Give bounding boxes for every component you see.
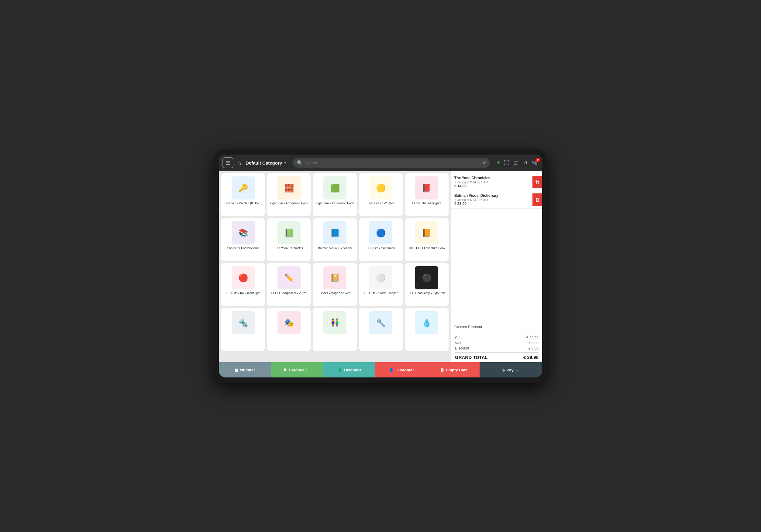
product-name: The LEGO Adventure Book: [408, 246, 445, 250]
customer-label: Customer: [395, 368, 414, 372]
product-image: 📗: [277, 221, 301, 244]
wifi-icon: ▼: [496, 160, 501, 166]
product-card[interactable]: 🔵 LED Lite - Superman: [359, 218, 403, 261]
product-image: ✏️: [277, 266, 301, 290]
grand-total-row: GRAND TOTAL € 38.98: [455, 352, 539, 360]
discount-value: € 0.00: [529, 346, 539, 350]
product-image: 🔵: [369, 221, 392, 244]
product-card[interactable]: 📔 Books - Magazine with: [313, 263, 357, 306]
product-card[interactable]: 🟡 LED Lite - 1x2 Gold: [359, 173, 403, 216]
product-image: 🔩: [232, 311, 255, 334]
product-image: ⚫: [415, 266, 438, 290]
product-card[interactable]: 🔑 Keychain - Dolphin (851576): [221, 173, 265, 216]
search-icon: 🔍: [297, 160, 303, 166]
pay-arrow-icon: →: [515, 368, 519, 372]
product-card[interactable]: 🔩: [221, 308, 265, 351]
product-name: The Yoda Chronicles: [275, 246, 303, 250]
trash-icon: 🗑: [440, 368, 444, 372]
cart-totals: Subtotal € 38.98 VAT € 0.00 Discount € 0…: [451, 333, 542, 362]
product-grid-wrapper[interactable]: 🔑 Keychain - Dolphin (851576) 🧱 Light St…: [219, 171, 451, 362]
menu-icon: ☰: [226, 160, 230, 166]
product-name: Light Stax - Expension Pack: [270, 201, 308, 205]
pay-label: Pay: [507, 368, 514, 372]
home-button[interactable]: ⌂: [238, 159, 241, 166]
product-image: 🟡: [369, 177, 392, 199]
cart-item-detail: 1 Unit(s) at € 23.99 / Unit: [454, 198, 532, 202]
product-grid: 🔑 Keychain - Dolphin (851576) 🧱 Light St…: [221, 173, 448, 351]
product-card[interactable]: 📕 I Love That Minifigure: [405, 173, 448, 216]
product-card[interactable]: 👫: [313, 308, 357, 351]
product-name: Batman Visual Dictionary: [318, 246, 352, 250]
empty-cart-label: Empty Cart: [446, 368, 467, 372]
product-name: LEGO Sharpeners - 2 Pcs: [271, 291, 307, 295]
number-icon: ▦: [235, 368, 238, 372]
cart-item-delete-button[interactable]: 🗑: [532, 176, 542, 188]
vat-value: € 0.00: [529, 341, 539, 345]
product-card[interactable]: 💧: [405, 308, 448, 351]
fullscreen-icon[interactable]: ⛶: [504, 160, 509, 166]
search-bar[interactable]: 🔍 ✕: [293, 158, 490, 168]
product-name: Light Stax - Expansion Pack: [316, 201, 354, 205]
vat-row: VAT € 0.00: [455, 341, 539, 345]
product-name: LED Lite - Kai - night light: [226, 291, 260, 295]
product-image: 📕: [415, 177, 438, 199]
barcode-button[interactable]: ⏸ Barcode / ...: [271, 362, 323, 377]
number-label: Number: [240, 368, 255, 372]
cart-item: Batman Visual Dictionary 1 Unit(s) at € …: [451, 191, 542, 209]
barcode-label: Barcode / ...: [289, 368, 311, 372]
product-image: 📘: [323, 221, 346, 244]
product-card[interactable]: 🧱 Light Stax - Expension Pack: [267, 173, 311, 216]
product-card[interactable]: 📚 Character Encyclopedia: [221, 218, 265, 261]
pay-button[interactable]: $ Pay →: [480, 362, 542, 377]
tablet-screen: ☰ ⌂ Default Category ▼ 🔍 ✕ ▼ ⛶ 🛒 ↺ 🛒: [219, 155, 542, 377]
product-image: 👫: [323, 311, 346, 334]
product-image: 🎭: [277, 311, 301, 334]
cart-item-name: The Yoda Chronicles: [454, 176, 532, 180]
discount-label: Discount: [455, 346, 469, 350]
refresh-icon[interactable]: ↺: [523, 159, 528, 166]
custom-discount-label: Custom Discount: [454, 325, 482, 329]
cart-icon[interactable]: 🛒 2: [532, 159, 539, 166]
cart-item: The Yoda Chronicles 1 Unit(s) at € 14.99…: [451, 173, 542, 191]
product-card[interactable]: ⚪ LED Lite - Storm Trooper: [359, 263, 403, 306]
search-input[interactable]: [305, 161, 482, 165]
custom-discount-input[interactable]: [515, 324, 539, 330]
cart-badge: 2: [536, 158, 540, 162]
product-card[interactable]: 📙 The LEGO Adventure Book: [405, 218, 448, 261]
category-selector[interactable]: Default Category ▼: [246, 160, 287, 166]
tablet-frame: ☰ ⌂ Default Category ▼ 🔍 ✕ ▼ ⛶ 🛒 ↺ 🛒: [213, 149, 548, 383]
cart-item-delete-button[interactable]: 🗑: [532, 193, 542, 206]
customer-icon: 👤: [389, 368, 393, 372]
cart-item-price: € 23.99: [454, 202, 532, 206]
clear-icon[interactable]: ✕: [482, 160, 486, 166]
subtotal-value: € 38.98: [526, 336, 539, 340]
subtotal-row: Subtotal € 38.98: [455, 336, 539, 340]
product-name: LED Lite - 1x2 Gold: [368, 201, 394, 205]
custom-discount-row: Custom Discount: [451, 321, 542, 333]
product-card[interactable]: 📘 Batman Visual Dictionary: [313, 218, 357, 261]
product-name: I Love That Minifigure: [412, 201, 441, 205]
product-name: Keychain - Dolphin (851576): [224, 201, 262, 205]
product-image: 📙: [415, 221, 438, 244]
customer-button[interactable]: 👤 Customer: [375, 362, 428, 377]
product-card[interactable]: 🔧: [359, 308, 403, 351]
product-card[interactable]: ⚫ LED Head lamp - Kylo Ren: [405, 263, 448, 306]
barcode-icon: ⏸: [283, 368, 287, 372]
product-card[interactable]: ✏️ LEGO Sharpeners - 2 Pcs: [267, 263, 311, 306]
product-card[interactable]: 🔴 LED Lite - Kai - night light: [221, 263, 265, 306]
cart-item-name: Batman Visual Dictionary: [454, 193, 532, 198]
number-button[interactable]: ▦ Number: [219, 362, 271, 377]
product-name: Books - Magazine with: [320, 291, 350, 295]
cart-items-list: The Yoda Chronicles 1 Unit(s) at € 14.99…: [451, 171, 542, 321]
discount-row: Discount € 0.00: [455, 346, 539, 350]
subtotal-label: Subtotal: [455, 336, 468, 340]
product-image: 🧱: [277, 177, 301, 199]
product-card[interactable]: 🎭: [267, 308, 311, 351]
no-camera-icon[interactable]: 🛒: [514, 160, 519, 165]
product-card[interactable]: 📗 The Yoda Chronicles: [267, 218, 311, 261]
menu-button[interactable]: ☰: [222, 157, 233, 168]
product-card[interactable]: 🟩 Light Stax - Expansion Pack: [313, 173, 357, 216]
product-image: 📚: [232, 221, 255, 244]
discount-button[interactable]: 💲 Discount: [323, 362, 375, 377]
empty-cart-button[interactable]: 🗑 Empty Cart: [427, 362, 480, 377]
